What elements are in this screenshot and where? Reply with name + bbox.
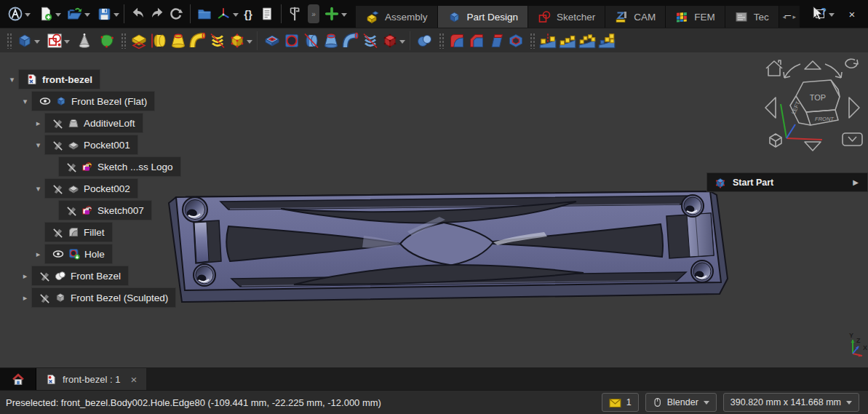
pad-button[interactable] — [129, 31, 148, 51]
tree-row[interactable]: ▾ Pocket002 — [0, 178, 181, 199]
tab-start-page[interactable] — [0, 368, 36, 390]
chevron-right-icon[interactable]: ▸ — [32, 119, 44, 128]
tab-sketcher[interactable]: Sketcher — [528, 6, 605, 28]
chevron-down-icon[interactable]: ▾ — [32, 184, 44, 194]
nav-menu-icon[interactable] — [843, 133, 862, 146]
tree-row[interactable]: ▾ Front Bezel (Flat) — [0, 90, 181, 112]
toolbar-grip[interactable] — [439, 33, 444, 49]
chevron-down-icon[interactable] — [233, 13, 239, 20]
view-dimensions-button[interactable]: 390.820 mm x 141.668 mm — [723, 393, 859, 412]
isometric-view-icon[interactable] — [770, 134, 781, 147]
create-body-button[interactable] — [15, 31, 34, 51]
additive-helix-button[interactable] — [207, 31, 227, 51]
subtractive-loft-button[interactable] — [321, 31, 341, 51]
toolbar-grip[interactable] — [121, 33, 126, 49]
save-button[interactable] — [95, 4, 114, 24]
chevron-right-icon[interactable]: ▸ — [32, 250, 44, 259]
revolution-button[interactable] — [148, 31, 168, 51]
open-document-button[interactable] — [65, 4, 84, 24]
chevron-down-icon[interactable]: ▾ — [32, 140, 44, 150]
subtractive-primitive-button[interactable] — [380, 31, 399, 51]
close-button[interactable]: × — [836, 0, 868, 28]
navigation-cube[interactable]: TOP FRONT LEFT — [757, 55, 868, 160]
fillet-button[interactable] — [447, 31, 466, 51]
groove-button[interactable] — [301, 31, 321, 51]
tab-techdraw[interactable]: Tec — [725, 6, 779, 28]
minimize-button[interactable]: – — [772, 0, 804, 28]
nav-right-arrow[interactable] — [849, 97, 859, 118]
chevron-right-icon[interactable]: ▸ — [19, 293, 31, 303]
toolbar-grip[interactable] — [7, 33, 12, 49]
open-folder-button[interactable] — [195, 4, 214, 24]
nav-cube-top-label[interactable]: TOP — [810, 93, 826, 102]
tab-part-design[interactable]: Part Design — [438, 6, 529, 28]
3d-viewport[interactable]: TOP FRONT LEFT ▾ front-bezel ▾ Front Bez… — [0, 52, 868, 367]
redo-button[interactable] — [148, 4, 167, 24]
tree-row[interactable]: Sketch007 — [0, 199, 181, 221]
start-part-panel[interactable]: Start Part ▶ — [706, 172, 868, 192]
tree-row[interactable]: Fillet — [0, 221, 181, 243]
macro-button[interactable]: {} — [239, 4, 258, 24]
refresh-button[interactable] — [167, 4, 186, 24]
mirrored-button[interactable] — [538, 31, 557, 51]
tab-assembly[interactable]: Assembly — [356, 6, 438, 28]
chamfer-button[interactable] — [466, 31, 486, 51]
multitransform-button[interactable] — [597, 31, 616, 51]
create-sketch-button[interactable] — [44, 31, 64, 51]
chevron-down-icon[interactable]: ▾ — [6, 75, 18, 84]
chevron-down-icon[interactable] — [114, 13, 119, 20]
boolean-button[interactable] — [415, 31, 434, 51]
nav-cube-front-label[interactable]: FRONT — [815, 116, 835, 122]
chevron-right-icon[interactable]: ▸ — [19, 271, 31, 281]
nav-down-arrow[interactable] — [805, 142, 821, 151]
chevron-down-icon[interactable] — [55, 13, 61, 20]
shape-binder-button[interactable] — [97, 31, 116, 51]
pocket-button[interactable] — [262, 31, 282, 51]
subtractive-helix-button[interactable] — [360, 31, 380, 51]
tab-document-front-bezel[interactable]: front-bezel : 1 × — [36, 368, 146, 390]
nav-up-arrow[interactable] — [805, 61, 821, 69]
tree-row[interactable]: ▸ Hole — [0, 243, 181, 265]
notifications-button[interactable]: 1 — [602, 393, 639, 412]
chevron-down-icon[interactable] — [25, 13, 31, 20]
tab-close-icon[interactable]: × — [131, 373, 138, 386]
chevron-down-icon[interactable] — [399, 40, 405, 47]
rotate-left-icon[interactable] — [784, 64, 800, 78]
chevron-down-icon[interactable] — [341, 13, 347, 20]
tab-cam[interactable]: CAM — [605, 6, 666, 28]
chevron-down-icon[interactable] — [34, 40, 40, 47]
draft-button[interactable] — [486, 31, 506, 51]
chevron-down-icon[interactable] — [247, 40, 252, 47]
additive-loft-button[interactable] — [168, 31, 188, 51]
chevron-down-icon[interactable] — [84, 13, 90, 20]
additive-primitive-button[interactable] — [227, 31, 247, 51]
rotate-cw-icon[interactable] — [845, 59, 858, 68]
home-icon[interactable] — [766, 60, 782, 76]
subtractive-pipe-button[interactable] — [341, 31, 360, 51]
expand-panel-icon[interactable]: ▶ — [853, 178, 859, 186]
tree-row[interactable]: ▾ Pocket001 — [0, 134, 181, 156]
tree-row[interactable]: ▾ front-bezel — [0, 68, 181, 90]
report-view-button[interactable] — [258, 4, 276, 24]
placement-button[interactable] — [214, 4, 233, 24]
hole-tool-button[interactable] — [282, 31, 301, 51]
maximize-button[interactable] — [804, 0, 836, 28]
tree-row[interactable]: ▸ Front Bezel (Sculpted) — [0, 287, 181, 308]
measure-button[interactable] — [286, 4, 305, 24]
create-datum-button[interactable] — [74, 31, 94, 51]
tree-row[interactable]: ▸ AdditiveLoft — [0, 112, 181, 134]
nav-left-arrow[interactable] — [765, 97, 776, 118]
toolbar-overflow-button[interactable]: » — [308, 4, 319, 23]
linear-pattern-button[interactable] — [557, 31, 577, 51]
toolbar-grip[interactable] — [530, 33, 535, 49]
chevron-down-icon[interactable]: ▾ — [19, 97, 31, 106]
additive-pipe-button[interactable] — [188, 31, 207, 51]
tree-row[interactable]: ▸ Front Bezel — [0, 265, 181, 287]
chevron-down-icon[interactable] — [64, 40, 70, 47]
navigation-style-button[interactable]: Blender — [645, 393, 717, 412]
new-document-button[interactable] — [36, 4, 55, 24]
rotate-right-icon[interactable] — [825, 64, 842, 78]
freecad-menu-button[interactable] — [6, 4, 25, 24]
thickness-button[interactable] — [506, 31, 525, 51]
tab-fem[interactable]: FEM — [666, 6, 725, 28]
